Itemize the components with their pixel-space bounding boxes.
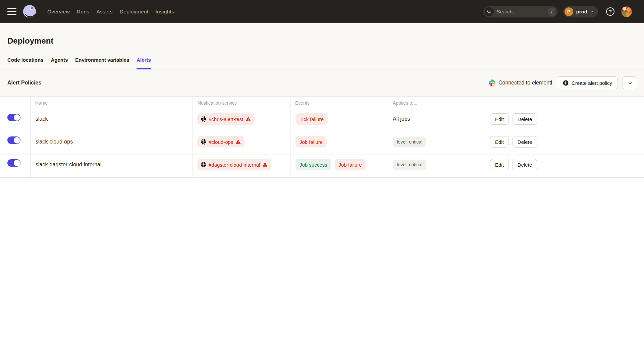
plus-icon: [562, 80, 569, 86]
delete-button[interactable]: Delete: [513, 159, 537, 170]
policy-enabled-toggle[interactable]: [7, 136, 20, 144]
header-toggle-column: [0, 97, 31, 109]
hamburger-menu-icon[interactable]: [7, 8, 16, 15]
policy-name: slack-dagster-cloud-internal: [36, 159, 102, 170]
slack-channel-tag: #dagster-cloud-internal: [197, 159, 271, 170]
slack-channel-tag: #cloud-ops: [197, 136, 245, 148]
edit-button[interactable]: Edit: [490, 136, 509, 148]
header-events: Events: [290, 97, 388, 109]
user-avatar[interactable]: [621, 6, 632, 17]
tab-agents[interactable]: Agents: [51, 57, 68, 69]
slack-icon: [489, 79, 495, 86]
chevron-down-icon: [628, 80, 633, 86]
policy-enabled-toggle[interactable]: [7, 159, 20, 167]
slack-connection-status: Connected to elementl: [489, 79, 552, 86]
header-notification-service: Notification service: [193, 97, 290, 109]
nav-item-assets[interactable]: Assets: [96, 9, 112, 15]
nav-item-runs[interactable]: Runs: [77, 9, 89, 15]
slack-icon: [201, 139, 206, 145]
event-tag: Job failure: [335, 159, 366, 170]
event-tag: Job success: [296, 159, 331, 170]
policy-name: slack-cloud-ops: [36, 136, 73, 148]
page-title: Deployment: [7, 36, 637, 46]
search-icon: [485, 7, 494, 16]
policy-name: slack: [36, 113, 48, 125]
applies-to-tag: level: critical: [393, 160, 426, 170]
octopus-logo-icon: [22, 4, 37, 19]
header-applies-to: Applies to...: [388, 97, 485, 109]
nav-item-insights[interactable]: Insights: [155, 9, 174, 15]
header-actions: [485, 97, 644, 109]
deployment-avatar: P: [565, 7, 573, 16]
create-alert-policy-label: Create alert policy: [572, 80, 612, 86]
event-tag: Tick failure: [296, 113, 328, 125]
table-row: slack-cloud-ops #cloud-ops Job failure l…: [0, 132, 644, 155]
dagster-cloud-logo[interactable]: [22, 4, 37, 19]
header-name: Name: [31, 97, 193, 109]
delete-button[interactable]: Delete: [513, 113, 537, 125]
policy-enabled-toggle[interactable]: [7, 114, 20, 121]
edit-button[interactable]: Edit: [490, 113, 509, 125]
search-input[interactable]: [497, 9, 548, 14]
event-tag: Job failure: [296, 136, 327, 148]
nav-item-deployment[interactable]: Deployment: [120, 9, 149, 15]
nav-item-overview[interactable]: Overview: [47, 9, 70, 15]
section-title: Alert Policies: [7, 80, 41, 86]
page-header: Deployment Code locations Agents Environ…: [0, 23, 644, 96]
table-header-row: Name Notification service Events Applies…: [0, 97, 644, 109]
edit-button[interactable]: Edit: [490, 159, 509, 170]
deployment-switcher[interactable]: P prod: [563, 6, 598, 17]
slack-channel-label: #cloud-ops: [209, 139, 233, 145]
help-icon[interactable]: ?: [606, 7, 614, 16]
slack-icon: [201, 116, 206, 122]
slack-channel-label: #chris-alert-test: [209, 116, 243, 122]
chevron-down-icon: [590, 9, 594, 14]
applies-to-value: All jobs: [393, 113, 410, 125]
warning-icon: [235, 139, 241, 145]
delete-button[interactable]: Delete: [513, 136, 537, 148]
top-navigation-bar: Overview Runs Assets Deployment Insights…: [0, 0, 644, 23]
table-row: slack #chris-alert-test Tick failure All…: [0, 109, 644, 132]
alert-policies-table: Name Notification service Events Applies…: [0, 96, 644, 178]
warning-icon: [246, 116, 251, 122]
global-search[interactable]: /: [483, 6, 558, 17]
tab-alerts[interactable]: Alerts: [137, 57, 151, 69]
tab-code-locations[interactable]: Code locations: [7, 57, 44, 69]
applies-to-tag: level: critical: [393, 137, 426, 147]
connection-status-label: Connected to elementl: [498, 80, 552, 86]
create-alert-policy-button[interactable]: Create alert policy: [557, 76, 618, 89]
deployment-name: prod: [576, 9, 587, 14]
alert-policies-toolbar: Alert Policies Connected to elementl Cre…: [0, 69, 644, 96]
primary-nav: Overview Runs Assets Deployment Insights: [47, 9, 174, 15]
warning-icon: [262, 162, 268, 167]
search-shortcut-key: /: [548, 8, 555, 16]
alert-policies-more-button[interactable]: [623, 76, 637, 89]
deployment-tabs: Code locations Agents Environment variab…: [0, 57, 644, 69]
slack-channel-label: #dagster-cloud-internal: [209, 162, 260, 168]
tab-environment-variables[interactable]: Environment variables: [75, 57, 129, 69]
slack-icon: [201, 162, 206, 167]
slack-channel-tag: #chris-alert-test: [197, 113, 255, 125]
table-row: slack-dagster-cloud-internal #dagster-cl…: [0, 155, 644, 178]
